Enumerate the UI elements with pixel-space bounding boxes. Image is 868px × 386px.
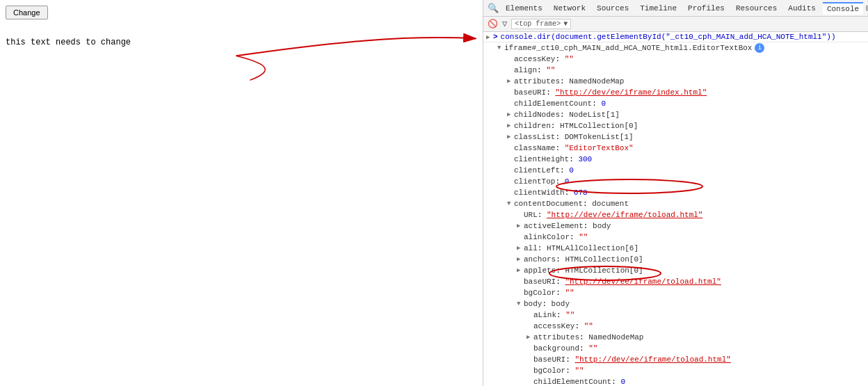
prop-baseuri: baseURI: "http://dev/ee/iframe/index.htm… [483, 87, 868, 98]
prop-bgColor: bgColor: "" [483, 287, 868, 298]
prop-childNodes: childNodes: NodeList[1] [483, 109, 868, 120]
devtools-console-content[interactable]: > console.dir(document.getElementById("_… [483, 32, 868, 386]
iframe-key: iframe#_ct10_cph_MAIN_add_HCA_NOTE_html1… [504, 43, 752, 53]
prop-clientLeft: clientLeft: 0 [483, 165, 868, 176]
left-panel: Change this text needs to change [0, 0, 483, 386]
expand-contentDocument[interactable] [507, 199, 514, 209]
tab-sources[interactable]: Sources [593, 3, 633, 14]
prop-body: body: body [483, 298, 868, 309]
prop-activeElement: activeElement: body [483, 220, 868, 232]
expand-attributes2[interactable] [527, 332, 533, 342]
prop-clientHeight: clientHeight: 300 [483, 154, 868, 165]
info-icon[interactable]: i [755, 43, 764, 53]
expand-iframe[interactable] [497, 43, 504, 53]
prop-bgColor2: bgColor: "" [483, 365, 868, 376]
console-line-iframe: iframe#_ct10_cph_MAIN_add_HCA_NOTE_html1… [483, 42, 868, 54]
prop-URL: URL: "http://dev/ee/iframe/toload.html" [483, 209, 868, 220]
expand-childnodes[interactable] [507, 110, 514, 120]
devtools-tabbar: 🔍 Elements Network Sources Timeline Prof… [483, 0, 868, 17]
tab-console[interactable]: Console [823, 2, 863, 15]
page-text: this text needs to change [6, 38, 477, 47]
prop-attributes2: attributes: NamedNodeMap [483, 332, 868, 343]
expand-activeElement[interactable] [517, 221, 524, 231]
prop-childElementCount: childElementCount: 0 [483, 98, 868, 109]
prop-contentDocument: contentDocument: document [483, 198, 868, 209]
tab-audits[interactable]: Audits [784, 3, 820, 14]
expand-anchors[interactable] [517, 255, 524, 264]
clear-console-icon[interactable]: 🚫 [488, 19, 498, 29]
expand-body[interactable] [517, 299, 524, 309]
expand-applets[interactable] [517, 266, 524, 275]
expand-input[interactable] [486, 33, 493, 41]
prop-attributes: attributes: NamedNodeMap [483, 76, 868, 87]
tab-timeline[interactable]: Timeline [636, 3, 681, 14]
change-button[interactable]: Change [6, 6, 48, 19]
frame-selector[interactable]: <top frame> ▼ [511, 19, 571, 29]
prop-clientTop: clientTop: 0 [483, 176, 868, 187]
prop-align: align: "" [483, 65, 868, 76]
prop-aLink: aLink: "" [483, 309, 868, 321]
prop-alinkColor: alinkColor: "" [483, 232, 868, 243]
tab-profiles[interactable]: Profiles [684, 3, 729, 14]
prop-baseURI3: baseURI: "http://dev/ee/iframe/toload.ht… [483, 354, 868, 365]
filter-icon[interactable]: ▽ [502, 19, 507, 29]
prop-all: all: HTMLAllCollection[6] [483, 243, 868, 254]
prop-childElementCount2: childElementCount: 0 [483, 376, 868, 386]
prop-classList: classList: DOMTokenList[1] [483, 131, 868, 143]
tab-resources[interactable]: Resources [732, 3, 781, 14]
frame-dropdown-arrow: ▼ [563, 20, 568, 28]
prop-clientWidth: clientWidth: 678 [483, 187, 868, 198]
inspect-icon[interactable]: 🔍 [488, 3, 499, 14]
tab-network[interactable]: Network [549, 3, 590, 14]
expand-children[interactable] [507, 121, 514, 131]
tab-elements[interactable]: Elements [501, 3, 547, 14]
prop-applets: applets: HTMLCollection[0] [483, 265, 868, 276]
expand-classlist[interactable] [507, 132, 514, 142]
prop-baseURI2: baseURI: "http://dev/ee/iframe/toload.ht… [483, 276, 868, 287]
prop-accesskey: accessKey: "" [483, 54, 868, 65]
expand-all[interactable] [517, 243, 524, 253]
prop-background: background: "" [483, 343, 868, 354]
devtools-wrapper: 🔍 Elements Network Sources Timeline Prof… [483, 0, 868, 386]
arrow-annotation [0, 0, 483, 386]
prop-anchors: anchors: HTMLCollection[0] [483, 254, 868, 265]
console-input-line: > console.dir(document.getElementById("_… [483, 32, 868, 42]
devtools-toolbar2: 🚫 ▽ <top frame> ▼ [483, 17, 868, 32]
console-command: console.dir(document.getElementById("_ct… [501, 33, 836, 41]
prop-children: children: HTMLCollection[0] [483, 120, 868, 131]
expand-attributes[interactable] [507, 77, 514, 86]
frame-selector-label: <top frame> [515, 20, 561, 28]
prop-accessKey2: accessKey: "" [483, 321, 868, 332]
prop-className: className: "EditorTextBox" [483, 143, 868, 154]
